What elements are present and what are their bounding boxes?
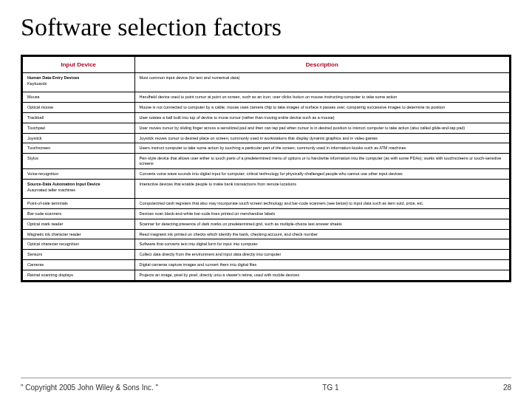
device-name: Magnetic ink character reader [27, 232, 81, 236]
table-row: Optical character recognitionSoftware th… [23, 239, 510, 250]
device-description-cell: Interactive devices that enable people t… [134, 179, 509, 198]
table-row: Source-Data Automation Input DeviceAutom… [23, 179, 510, 198]
device-name: Sensors [27, 252, 42, 256]
device-name: Automated teller machines [27, 188, 75, 192]
device-description-cell: Projects an image, pixel by pixel, direc… [134, 270, 509, 281]
device-name-cell: Touchpad [23, 123, 135, 133]
table-row: Retinal scanning displaysProjects an ima… [23, 270, 510, 281]
table-row: SensorsCollect data directly from the en… [23, 250, 510, 260]
device-name-cell: Bar-code scanners [23, 208, 135, 219]
device-name-cell: Magnetic ink character reader [23, 229, 135, 239]
device-name-cell: Optical mark reader [23, 219, 135, 229]
table-row: Bar-code scannersDevices scan black-and-… [23, 208, 510, 219]
device-description-cell: Scanner for detecting presence of dark m… [134, 219, 509, 229]
header-input-device: Input Device [23, 57, 135, 73]
footer-page-number: 28 [503, 383, 511, 392]
table-row: Magnetic ink character readerRead magnet… [23, 229, 510, 239]
table-row: Human Data-Entry DevicesKeyboardsMost co… [23, 73, 510, 92]
device-description-cell: Converts voice wave sounds into digital … [134, 169, 509, 180]
device-description-cell: Mouse is not connected to computer by a … [134, 102, 509, 112]
device-name: Bar-code scanners [27, 211, 61, 216]
slide-footer: " Copyright 2005 John Wiley & Sons Inc. … [0, 383, 532, 392]
device-name: Joystick [27, 136, 42, 140]
table-row: Optical mark readerScanner for detecting… [23, 219, 510, 229]
device-name: Trackball [27, 115, 44, 120]
header-description: Description [134, 57, 509, 73]
table-row: MouseHandheld device used to point curso… [23, 92, 510, 103]
device-name-cell: Mouse [23, 92, 135, 103]
device-name-cell: Source-Data Automation Input DeviceAutom… [23, 179, 135, 198]
device-description-cell: Software that converts text into digital… [134, 239, 509, 250]
table-row: TouchscreenUsers instruct computer to ta… [23, 143, 510, 154]
device-description-cell: Collect data directly from the environme… [134, 250, 509, 260]
footer-center: TG 1 [158, 383, 503, 392]
device-name-cell: Voice-recognition [23, 169, 135, 180]
device-name-cell: Trackball [23, 112, 135, 123]
device-name-cell: Touchscreen [23, 143, 135, 154]
device-table: Input Device Description Human Data-Entr… [22, 56, 510, 281]
device-name-cell: Joystick [23, 133, 135, 143]
device-name: Keyboards [27, 81, 47, 86]
device-description-cell: Computerized cash registers that also ma… [134, 198, 509, 208]
device-description-cell: Digital cameras capture images and conve… [134, 260, 509, 270]
device-name: Optical mark reader [27, 222, 63, 226]
device-name: Retinal scanning displays [27, 273, 73, 277]
device-name: Voice-recognition [27, 171, 58, 176]
device-name: Optical character recognition [27, 242, 79, 246]
device-description-cell: Most common input device (for text and n… [134, 73, 509, 92]
device-description-cell: User moves cursor by sliding finger acro… [134, 123, 509, 133]
device-name-cell: Optical character recognition [23, 239, 135, 250]
section-heading: Source-Data Automation Input Device [27, 182, 130, 187]
device-table-container: Input Device Description Human Data-Entr… [21, 55, 511, 282]
device-name-cell: Point-of-sale terminals [23, 198, 135, 208]
device-description-cell: Pen-style device that allows user either… [134, 154, 509, 169]
device-description-cell: Handheld device used to point cursor at … [134, 92, 509, 103]
device-name-cell: Sensors [23, 250, 135, 260]
footer-copyright: " Copyright 2005 John Wiley & Sons Inc. … [21, 383, 158, 392]
device-name-cell: Stylus [23, 154, 135, 169]
device-description-cell: Joystick moves cursor to desired place o… [134, 133, 509, 143]
device-description-cell: User rotates a ball built into top of de… [134, 112, 509, 123]
device-name: Touchpad [27, 126, 45, 130]
table-row: JoystickJoystick moves cursor to desired… [23, 133, 510, 143]
device-description-cell: Users instruct computer to take some act… [134, 143, 509, 154]
table-row: TrackballUser rotates a ball built into … [23, 112, 510, 123]
table-row: TouchpadUser moves cursor by sliding fin… [23, 123, 510, 133]
device-name-cell: Retinal scanning displays [23, 270, 135, 281]
table-row: Voice-recognitionConverts voice wave sou… [23, 169, 510, 180]
device-description-cell: Read magnetic ink printed on checks whic… [134, 229, 509, 239]
device-name-cell: Human Data-Entry DevicesKeyboards [23, 73, 135, 92]
device-name: Cameras [27, 262, 44, 267]
table-header-row: Input Device Description [23, 57, 510, 73]
device-name: Mouse [27, 95, 40, 99]
device-name: Stylus [27, 156, 38, 160]
device-name-cell: Cameras [23, 260, 135, 270]
device-name: Point-of-sale terminals [27, 201, 68, 205]
footer-rule [21, 378, 511, 378]
table-row: Point-of-sale terminalsComputerized cash… [23, 198, 510, 208]
device-name-cell: Optical mouse [23, 102, 135, 112]
device-description-cell: Devices scan black-and-white bar-code li… [134, 208, 509, 219]
table-row: StylusPen-style device that allows user … [23, 154, 510, 169]
device-name: Optical mouse [27, 105, 53, 109]
table-row: Optical mouseMouse is not connected to c… [23, 102, 510, 112]
slide-title: Software selection factors [21, 13, 511, 41]
section-heading: Human Data-Entry Devices [27, 75, 130, 81]
table-row: CamerasDigital cameras capture images an… [23, 260, 510, 270]
device-name: Touchscreen [27, 146, 50, 150]
